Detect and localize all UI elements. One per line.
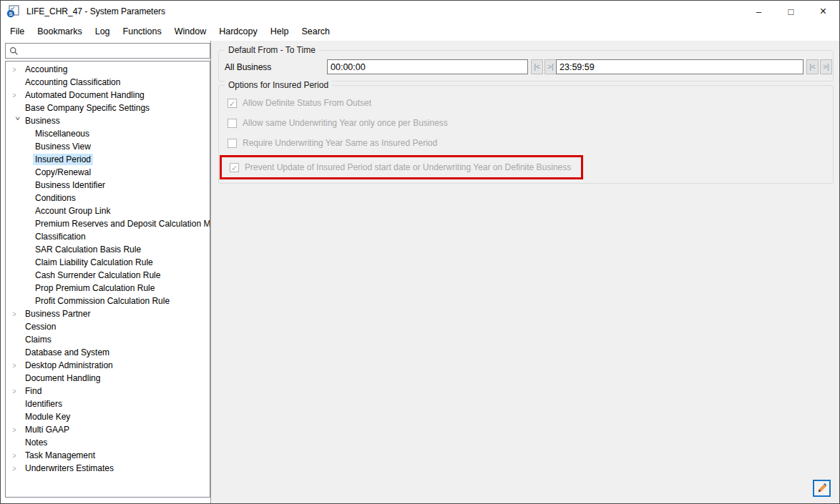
to-skip-end-button[interactable]: >| [820,59,832,74]
tree-item-desktop-administration[interactable]: >Desktop Administration [6,359,210,372]
search-box[interactable] [5,43,210,59]
tree-item-profit-commission-calculation-rule[interactable]: Profit Commission Calculation Rule [6,295,210,307]
menu-help[interactable]: Help [264,24,296,39]
tree-item-cash-surrender-calculation-rule[interactable]: Cash Surrender Calculation Rule [6,269,210,282]
chevron-expanded-icon[interactable]: > [14,117,21,126]
chevron-collapsed-icon[interactable]: > [13,92,22,99]
menu-hardcopy[interactable]: Hardcopy [213,24,264,39]
to-skip-start-button[interactable]: |< [806,59,819,74]
tree-item-business-partner[interactable]: >Business Partner [6,307,210,320]
tree-item-label: Premium Reserves and Deposit Calculation… [33,218,210,229]
tree-item-label: Insured Period [33,154,93,165]
tree-item-claims[interactable]: Claims [6,333,210,346]
tree-item-label: Cession [23,321,58,332]
tree-item-label: Business Partner [23,308,92,320]
option-label: Allow same Underwriting Year only once p… [243,118,448,128]
menu-file[interactable]: File [4,24,31,39]
tree-item-label: Claims [23,334,54,345]
option-label: Require Underwriting Year Same as Insure… [243,138,437,148]
search-input[interactable] [19,44,210,57]
tree-item-label: Classification [33,231,88,242]
chevron-collapsed-icon[interactable]: > [13,465,22,473]
maximize-button[interactable]: □ [775,1,807,22]
tree-item-find[interactable]: >Find [6,385,210,397]
tree-item-business-view[interactable]: Business View [6,140,210,153]
tree-item-multi-gaap[interactable]: >Multi GAAP [6,423,210,436]
chevron-collapsed-icon[interactable]: > [13,310,22,318]
tree-item-business[interactable]: >Business [6,114,210,127]
from-skip-start-button[interactable]: |< [531,59,543,74]
close-button[interactable]: × [807,1,839,22]
option-row: ✓Prevent Update of Insured Period start … [230,162,571,173]
tree-item-database-and-system[interactable]: Database and System [6,346,210,359]
tree-item-label: Task Management [23,450,97,461]
chevron-collapsed-icon[interactable]: > [13,66,22,74]
chevron-collapsed-icon[interactable]: > [13,426,22,434]
tree-item-sar-calculation-basis-rule[interactable]: SAR Calculation Basis Rule [6,243,210,256]
menu-functions[interactable]: Functions [117,24,168,39]
tree-item-cession[interactable]: Cession [6,320,210,333]
tree-item-module-key[interactable]: Module Key [6,410,210,423]
tree-item-label: Identifiers [23,398,64,410]
default-time-group: Default From - To Time All Business |< >… [218,50,834,81]
checkbox-checked-icon[interactable]: ✓ [230,163,239,172]
svg-text:S: S [9,11,12,17]
main-panel: Default From - To Time All Business |< >… [211,41,839,503]
tree-item-underwriters-estimates[interactable]: >Underwriters Estimates [6,462,210,475]
tree-item-label: Copy/Renewal [33,167,93,178]
tree-item-classification[interactable]: Classification [6,230,210,243]
tree-item-label: Desktop Administration [23,360,115,371]
tree-item-business-identifier[interactable]: Business Identifier [6,179,210,192]
tree-item-notes[interactable]: Notes [6,436,210,449]
chevron-collapsed-icon[interactable]: > [13,452,22,460]
options-group: Options for Insured Period ✓Allow Defini… [218,85,834,184]
tree-item-task-management[interactable]: >Task Management [6,449,210,462]
tree-item-insured-period[interactable]: Insured Period [6,153,210,166]
menu-log[interactable]: Log [89,24,117,39]
menu-bar: FileBookmarksLogFunctionsWindowHardcopyH… [1,22,839,41]
options-group-title: Options for Insured Period [225,80,332,90]
chevron-collapsed-icon[interactable]: > [13,362,22,370]
edit-pencil-button[interactable] [813,480,831,497]
tree-item-miscellaneous[interactable]: Miscellaneous [6,127,210,140]
app-icon: S [6,5,21,18]
tree-item-label: Business View [33,141,93,152]
annotation-highlight: ✓Prevent Update of Insured Period start … [220,155,583,179]
checkbox-checked-icon[interactable]: ✓ [228,99,237,108]
tree-item-copy-renewal[interactable]: Copy/Renewal [6,166,210,179]
tree-item-prop-premium-calculation-rule[interactable]: Prop Premium Calculation Rule [6,282,210,295]
tree-item-accounting[interactable]: >Accounting [6,63,210,76]
from-time-field[interactable] [327,59,528,74]
tree-item-conditions[interactable]: Conditions [6,192,210,204]
app-window: S LIFE_CHR_47 - System Parameters – □ × … [0,0,840,504]
tree-item-label: Automated Document Handling [23,89,147,101]
menu-search[interactable]: Search [295,24,336,39]
tree-item-base-company-specific-settings[interactable]: Base Company Specific Settings [6,102,210,114]
tree-item-accounting-classification[interactable]: Accounting Classification [6,76,210,89]
menu-bookmarks[interactable]: Bookmarks [31,24,89,39]
option-label: Allow Definite Status From Outset [243,98,371,108]
tree-item-label: Database and System [23,347,112,358]
tree-item-premium-reserves-and-deposit-calculation-method[interactable]: Premium Reserves and Deposit Calculation… [6,217,210,230]
menu-window[interactable]: Window [168,24,213,39]
tree-item-account-group-link[interactable]: Account Group Link [6,204,210,217]
tree: >AccountingAccounting Classification>Aut… [5,61,210,498]
tree-item-document-handling[interactable]: Document Handling [6,372,210,385]
tree-item-label: Prop Premium Calculation Rule [33,282,157,294]
checkbox-unchecked-icon[interactable] [228,119,237,128]
from-skip-end-button[interactable]: >| [544,59,557,74]
minimize-button[interactable]: – [743,1,775,22]
tree-item-label: Business [23,115,62,127]
tree-item-identifiers[interactable]: Identifiers [6,397,210,410]
sidebar: >AccountingAccounting Classification>Aut… [1,41,210,503]
tree-item-label: Business Identifier [33,179,107,191]
tree-item-label: Underwriters Estimates [23,463,116,474]
tree-item-automated-document-handling[interactable]: >Automated Document Handling [6,89,210,102]
to-time-field[interactable] [556,59,804,74]
tree-item-label: Cash Surrender Calculation Rule [33,270,162,281]
checkbox-unchecked-icon[interactable] [228,139,237,148]
tree-item-claim-liability-calculation-rule[interactable]: Claim Liability Calculation Rule [6,256,210,269]
option-row: Allow same Underwriting Year only once p… [228,113,833,133]
chevron-collapsed-icon[interactable]: > [13,387,22,395]
tree-item-label: Claim Liability Calculation Rule [33,257,155,268]
